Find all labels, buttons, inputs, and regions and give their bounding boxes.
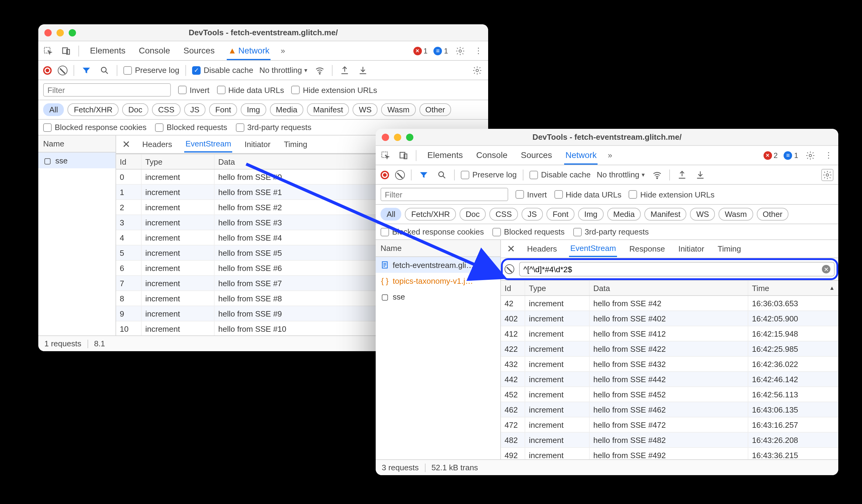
- tab-headers[interactable]: Headers: [141, 137, 173, 152]
- tab-timing[interactable]: Timing: [716, 241, 742, 256]
- issues-badge[interactable]: ≡1: [434, 47, 448, 55]
- close-icon[interactable]: ✕: [507, 243, 515, 255]
- tab-headers[interactable]: Headers: [526, 241, 558, 256]
- chip-doc[interactable]: Doc: [460, 208, 486, 221]
- table-row[interactable]: 452incrementhello from SSE #45216:42:56.…: [501, 387, 838, 402]
- invert-checkbox[interactable]: Invert: [178, 85, 209, 94]
- kebab-icon[interactable]: ⋮: [472, 45, 484, 57]
- chip-doc[interactable]: Doc: [122, 103, 148, 116]
- tab-eventstream[interactable]: EventStream: [184, 136, 232, 152]
- download-icon[interactable]: [356, 64, 369, 76]
- chip-img[interactable]: Img: [578, 208, 603, 221]
- blocked-cookies-checkbox[interactable]: Blocked response cookies: [380, 227, 484, 236]
- table-row[interactable]: 482incrementhello from SSE #48216:43:26.…: [501, 433, 838, 448]
- col-type[interactable]: Type: [142, 154, 214, 169]
- third-party-checkbox[interactable]: 3rd-party requests: [236, 123, 312, 132]
- clear-icon[interactable]: [395, 170, 405, 180]
- chip-manifest[interactable]: Manifest: [644, 208, 686, 221]
- errors-badge[interactable]: ×2: [763, 151, 778, 159]
- errors-badge[interactable]: ×1: [413, 47, 427, 55]
- gear-icon[interactable]: [471, 64, 483, 76]
- regex-filter-box[interactable]: ✕: [519, 262, 835, 277]
- chip-js[interactable]: JS: [522, 208, 543, 221]
- wifi-icon[interactable]: [651, 169, 663, 181]
- tab-elements[interactable]: Elements: [426, 146, 464, 164]
- chip-font[interactable]: Font: [547, 208, 574, 221]
- tab-network[interactable]: ▲Network: [227, 42, 271, 60]
- gear-icon[interactable]: [821, 169, 833, 181]
- tab-response[interactable]: Response: [628, 241, 666, 256]
- table-row[interactable]: 462incrementhello from SSE #46216:43:06.…: [501, 402, 838, 417]
- chip-ws[interactable]: WS: [353, 103, 378, 116]
- col-type[interactable]: Type: [525, 281, 590, 295]
- chip-css[interactable]: CSS: [152, 103, 180, 116]
- chip-css[interactable]: CSS: [489, 208, 518, 221]
- third-party-checkbox[interactable]: 3rd-party requests: [573, 227, 649, 236]
- preserve-log-checkbox[interactable]: Preserve log: [123, 66, 179, 75]
- filter-input[interactable]: [380, 188, 508, 201]
- chip-all[interactable]: All: [43, 103, 64, 116]
- search-icon[interactable]: [436, 169, 448, 181]
- tab-initiator[interactable]: Initiator: [244, 137, 272, 152]
- filter-icon[interactable]: [418, 169, 430, 181]
- hide-data-urls-checkbox[interactable]: Hide data URLs: [554, 190, 622, 199]
- tab-elements[interactable]: Elements: [89, 42, 127, 60]
- close-icon[interactable]: ✕: [122, 138, 130, 150]
- filter-input[interactable]: [43, 83, 171, 97]
- search-icon[interactable]: [99, 64, 110, 76]
- clear-icon[interactable]: [58, 65, 67, 75]
- name-column-header[interactable]: Name: [38, 135, 116, 152]
- table-row[interactable]: 432incrementhello from SSE #43216:42:36.…: [501, 357, 838, 372]
- wifi-icon[interactable]: [313, 64, 326, 76]
- chip-wasm[interactable]: Wasm: [719, 208, 753, 221]
- throttling-select[interactable]: No throttling▾: [597, 170, 645, 179]
- gear-icon[interactable]: [804, 149, 817, 161]
- gear-icon[interactable]: [454, 45, 466, 57]
- table-row[interactable]: 422incrementhello from SSE #42216:42:25.…: [501, 342, 838, 357]
- close-icon[interactable]: [44, 29, 52, 36]
- chip-fetch-xhr[interactable]: Fetch/XHR: [68, 103, 119, 116]
- hide-extension-urls-checkbox[interactable]: Hide extension URLs: [291, 85, 377, 94]
- filter-icon[interactable]: [80, 64, 92, 76]
- issues-badge[interactable]: ≡1: [784, 151, 798, 159]
- kebab-icon[interactable]: ⋮: [822, 149, 835, 161]
- clear-input-icon[interactable]: ✕: [822, 265, 831, 274]
- tab-console[interactable]: Console: [138, 42, 171, 60]
- chip-media[interactable]: Media: [270, 103, 304, 116]
- table-row[interactable]: 492incrementhello from SSE #49216:43:36.…: [501, 448, 838, 459]
- chip-img[interactable]: Img: [241, 103, 266, 116]
- col-id[interactable]: Id: [501, 281, 525, 295]
- record-icon[interactable]: [380, 170, 389, 179]
- device-icon[interactable]: [397, 149, 410, 161]
- upload-icon[interactable]: [338, 64, 351, 76]
- chip-other[interactable]: Other: [757, 208, 788, 221]
- regex-filter-input[interactable]: [523, 265, 818, 274]
- chip-manifest[interactable]: Manifest: [307, 103, 349, 116]
- col-time[interactable]: Time▲: [748, 281, 838, 295]
- tab-console[interactable]: Console: [475, 146, 509, 164]
- titlebar[interactable]: DevTools - fetch-eventstream.glitch.me/: [38, 24, 488, 41]
- chip-fetch-xhr[interactable]: Fetch/XHR: [405, 208, 456, 221]
- device-icon[interactable]: [60, 45, 72, 57]
- invert-checkbox[interactable]: Invert: [515, 190, 547, 199]
- more-tabs-icon[interactable]: »: [277, 45, 289, 57]
- tab-timing[interactable]: Timing: [283, 137, 309, 152]
- chip-ws[interactable]: WS: [690, 208, 715, 221]
- chip-media[interactable]: Media: [607, 208, 641, 221]
- chip-js[interactable]: JS: [184, 103, 206, 116]
- tab-network[interactable]: Network: [564, 146, 598, 164]
- table-row[interactable]: 442incrementhello from SSE #44216:42:46.…: [501, 372, 838, 387]
- request-item[interactable]: fetch-eventstream.gli…: [376, 257, 500, 273]
- name-column-header[interactable]: Name: [376, 240, 500, 257]
- request-item[interactable]: { } topics-taxonomy-v1.j…: [376, 273, 500, 289]
- zoom-icon[interactable]: [406, 133, 413, 141]
- disable-cache-checkbox[interactable]: ✓Disable cache: [192, 66, 253, 75]
- tab-initiator[interactable]: Initiator: [677, 241, 705, 256]
- download-icon[interactable]: [694, 169, 706, 181]
- chip-all[interactable]: All: [380, 208, 402, 221]
- tab-sources[interactable]: Sources: [520, 146, 553, 164]
- inspect-icon[interactable]: [379, 149, 391, 161]
- minimize-icon[interactable]: [394, 133, 401, 141]
- traffic-lights[interactable]: [376, 133, 413, 141]
- blocked-requests-checkbox[interactable]: Blocked requests: [492, 227, 564, 236]
